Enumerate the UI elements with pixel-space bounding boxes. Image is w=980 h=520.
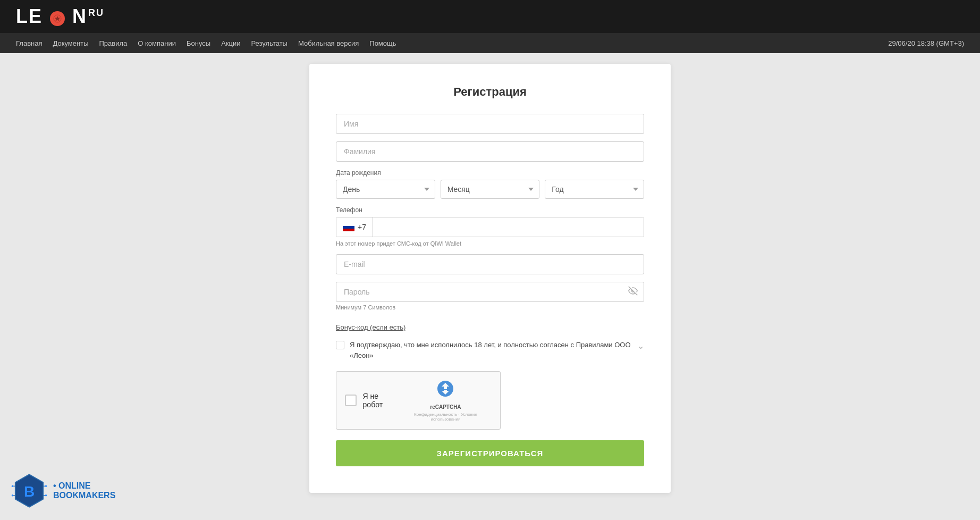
- password-input[interactable]: [336, 282, 644, 302]
- agreement-text: Я подтверждаю, что мне исполнилось 18 ле…: [350, 340, 632, 360]
- watermark-bookmakers: BOOKMAKERS: [53, 491, 115, 500]
- header: LE NRU: [0, 0, 980, 33]
- nav-rules[interactable]: Правила: [99, 37, 128, 49]
- dob-year-select[interactable]: Год: [545, 180, 644, 199]
- recaptcha-right: reCAPTCHA Конфиденциальность · Условия и…: [400, 379, 492, 422]
- agreement-wrap: Я подтверждаю, что мне исполнилось 18 ле…: [336, 340, 644, 360]
- phone-number-input[interactable]: [373, 217, 644, 237]
- nav-bonuses[interactable]: Бонусы: [187, 37, 210, 49]
- logo-text: LE NRU: [16, 5, 104, 28]
- phone-group: Телефон +7: [336, 206, 644, 237]
- last-name-input[interactable]: [336, 141, 644, 162]
- phone-prefix[interactable]: +7: [336, 217, 373, 237]
- svg-point-10: [45, 485, 47, 488]
- nav-home[interactable]: Главная: [16, 37, 42, 49]
- register-button[interactable]: ЗАРЕГИСТРИРОВАТЬСЯ: [336, 440, 644, 466]
- phone-hint: На этот номер придет СМС-код от QIWI Wal…: [336, 240, 644, 247]
- recaptcha-brand: reCAPTCHA: [430, 404, 461, 410]
- dob-day-select[interactable]: День: [336, 180, 435, 199]
- first-name-group: [336, 114, 644, 134]
- agreement-checkbox[interactable]: [336, 341, 344, 349]
- bonus-code-wrap: Бонус-код (если есть): [336, 318, 644, 340]
- dob-label: Дата рождения: [336, 169, 644, 177]
- phone-code: +7: [358, 223, 366, 231]
- watermark-text: • ONLINE BOOKMAKERS: [53, 481, 115, 500]
- email-group: [336, 254, 644, 274]
- nav-about[interactable]: О компании: [138, 37, 176, 49]
- logo[interactable]: LE NRU: [16, 5, 104, 28]
- phone-input-wrap: +7: [336, 217, 644, 237]
- dob-month-select[interactable]: Месяц: [441, 180, 540, 199]
- nav-help[interactable]: Помощь: [369, 37, 396, 49]
- flag-ru-icon: [343, 223, 354, 231]
- main-content: Регистрация Регистрация Дата рождения Де…: [0, 53, 980, 520]
- bonus-code-link[interactable]: Бонус-код (если есть): [336, 323, 405, 331]
- phone-label: Телефон: [336, 206, 644, 214]
- navbar: Главная Документы Правила О компании Бон…: [0, 33, 980, 53]
- recaptcha-left: Я не робот: [345, 392, 400, 409]
- password-hint: Минимум 7 Символов: [336, 304, 644, 311]
- registration-title: Регистрация: [336, 85, 644, 99]
- svg-point-12: [45, 494, 47, 497]
- watermark-hex-icon: B: [11, 472, 48, 509]
- svg-point-8: [12, 494, 14, 497]
- nav-promotions[interactable]: Акции: [221, 37, 240, 49]
- nav-links: Главная Документы Правила О компании Бон…: [16, 37, 396, 49]
- nav-datetime: 29/06/20 18:38 (GMT+3): [888, 39, 964, 47]
- recaptcha-privacy: Конфиденциальность · Условия использован…: [400, 412, 492, 422]
- svg-text:B: B: [24, 483, 35, 500]
- recaptcha-checkbox[interactable]: [345, 395, 357, 406]
- recaptcha-widget[interactable]: Я не робот reCAPTCHA Конфиденциальность …: [336, 371, 501, 430]
- dob-selects: День Месяц Год: [336, 180, 644, 199]
- watermark-online: • ONLINE: [53, 481, 115, 491]
- nav-documents[interactable]: Документы: [53, 37, 88, 49]
- registration-card: Регистрация Регистрация Дата рождения Де…: [309, 64, 671, 493]
- password-wrap: [336, 282, 644, 302]
- svg-point-6: [12, 485, 14, 488]
- nav-mobile[interactable]: Мобильная версия: [298, 37, 359, 49]
- logo-ball-icon: [50, 11, 65, 26]
- agreement-expand-icon[interactable]: ⌄: [637, 341, 644, 351]
- password-group: Минимум 7 Символов: [336, 282, 644, 311]
- first-name-input[interactable]: [336, 114, 644, 134]
- recaptcha-label: Я не робот: [363, 392, 400, 409]
- email-input[interactable]: [336, 254, 644, 274]
- watermark: B • ONLINE BOOKMAKERS: [11, 472, 115, 509]
- recaptcha-icon: [436, 379, 455, 402]
- password-toggle-icon[interactable]: [628, 286, 638, 298]
- nav-results[interactable]: Результаты: [251, 37, 287, 49]
- dob-group: Дата рождения День Месяц Год: [336, 169, 644, 199]
- last-name-group: [336, 141, 644, 162]
